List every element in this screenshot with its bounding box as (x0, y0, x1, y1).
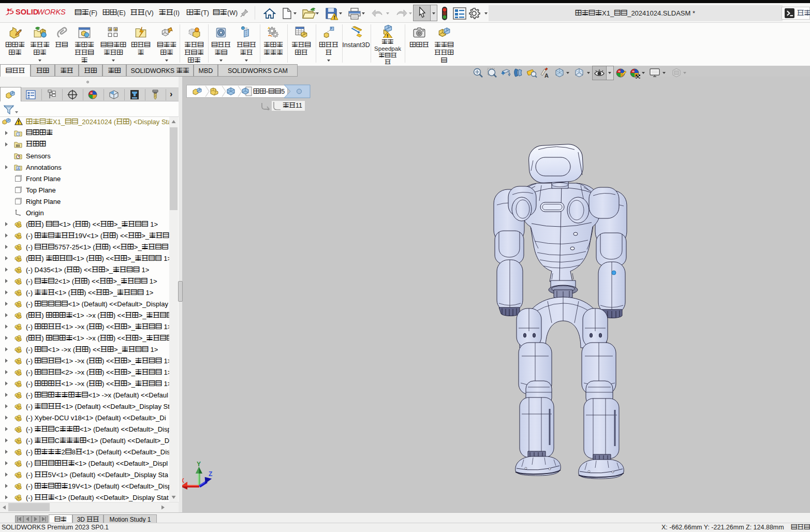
svg-text:SOLID: SOLID (16, 8, 38, 16)
svg-text:Z: Z (209, 470, 212, 478)
svg-text:A: A (544, 72, 549, 79)
svg-text:Y: Y (197, 461, 201, 468)
svg-text:A: A (17, 167, 20, 170)
svg-text:WORKS: WORKS (37, 8, 66, 16)
